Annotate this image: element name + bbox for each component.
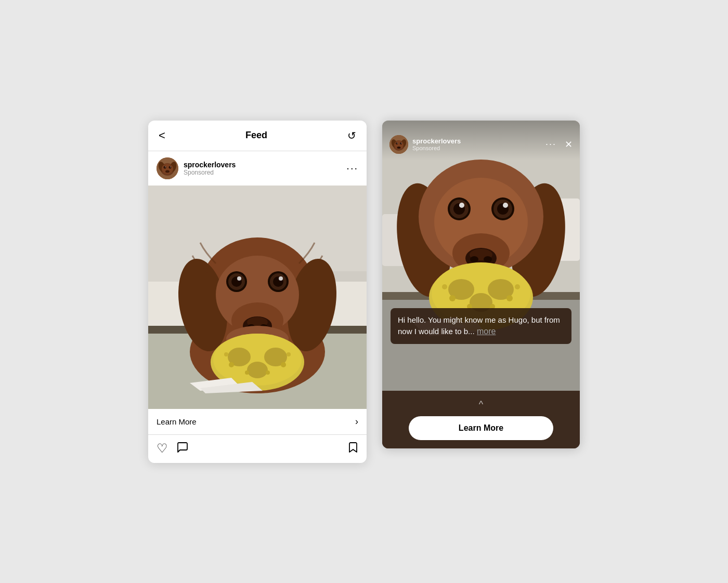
svg-point-41 [229, 362, 234, 367]
story-user-info: sprockerlovers Sponsored [412, 137, 461, 151]
swipe-up-indicator: ^ [479, 399, 483, 410]
svg-point-45 [224, 352, 228, 356]
svg-point-34 [279, 276, 283, 281]
svg-point-53 [396, 142, 398, 144]
feed-phone: < Feed ↺ [148, 121, 367, 463]
like-button[interactable]: ♡ [157, 441, 168, 457]
svg-point-90 [515, 284, 520, 289]
story-learn-more-button[interactable]: Learn More [409, 416, 553, 440]
svg-point-79 [503, 203, 508, 208]
story-header-content: sprockerlovers Sponsored ··· ✕ [389, 135, 573, 154]
story-bottom: ^ Learn More [382, 391, 580, 448]
post-sponsored: Sponsored [184, 169, 236, 176]
svg-point-43 [266, 370, 270, 375]
post-username: sprockerlovers [184, 161, 236, 169]
learn-more-chevron-icon: › [355, 416, 358, 427]
feed-post-header: sprockerlovers Sponsored ··· [148, 151, 367, 186]
main-container: < Feed ↺ [127, 100, 601, 484]
bookmark-button[interactable] [347, 441, 358, 457]
refresh-button[interactable]: ↺ [347, 129, 356, 142]
post-header-left: sprockerlovers Sponsored [157, 157, 236, 179]
more-options-button[interactable]: ··· [346, 162, 358, 174]
svg-point-78 [459, 203, 464, 208]
svg-point-88 [506, 295, 513, 301]
svg-point-42 [245, 370, 249, 375]
comment-button[interactable] [176, 441, 189, 457]
svg-point-5 [165, 170, 170, 173]
story-caption-more-link[interactable]: more [477, 327, 496, 336]
feed-image [148, 186, 367, 409]
back-button[interactable]: < [159, 129, 165, 142]
story-image: Hi hello. You might know me as Hugo, but… [382, 121, 580, 391]
svg-point-44 [281, 362, 286, 367]
story-header-right: ··· ✕ [545, 139, 573, 150]
svg-point-46 [287, 352, 291, 356]
svg-point-55 [397, 142, 397, 143]
story-close-button[interactable]: ✕ [565, 139, 573, 150]
story-phone: sprockerlovers Sponsored ··· ✕ [382, 121, 580, 448]
svg-point-89 [442, 284, 447, 289]
svg-point-85 [449, 295, 456, 301]
story-more-options-button[interactable]: ··· [545, 139, 556, 150]
story-caption-box: Hi hello. You might know me as Hugo, but… [391, 308, 571, 344]
svg-point-54 [400, 142, 402, 144]
story-header-left: sprockerlovers Sponsored [389, 135, 461, 154]
svg-point-6 [164, 166, 166, 168]
feed-header: < Feed ↺ [148, 121, 367, 151]
svg-point-7 [169, 166, 172, 168]
svg-point-9 [170, 166, 171, 167]
story-header: sprockerlovers Sponsored ··· ✕ [382, 121, 580, 160]
learn-more-bar[interactable]: Learn More › [148, 409, 367, 435]
feed-actions-left: ♡ [157, 441, 189, 457]
svg-point-70 [470, 256, 478, 262]
svg-point-8 [165, 166, 166, 167]
story-username: sprockerlovers [412, 137, 461, 145]
story-avatar [389, 135, 408, 154]
feed-actions: ♡ [148, 435, 367, 463]
learn-more-label: Learn More [157, 417, 197, 426]
feed-title: Feed [245, 130, 267, 141]
svg-point-33 [237, 276, 241, 281]
svg-point-71 [484, 256, 492, 262]
story-sponsored: Sponsored [412, 145, 461, 151]
svg-point-40 [247, 362, 268, 378]
avatar [157, 157, 178, 179]
svg-point-56 [401, 142, 401, 143]
svg-point-52 [397, 147, 401, 149]
post-user-info: sprockerlovers Sponsored [184, 161, 236, 176]
